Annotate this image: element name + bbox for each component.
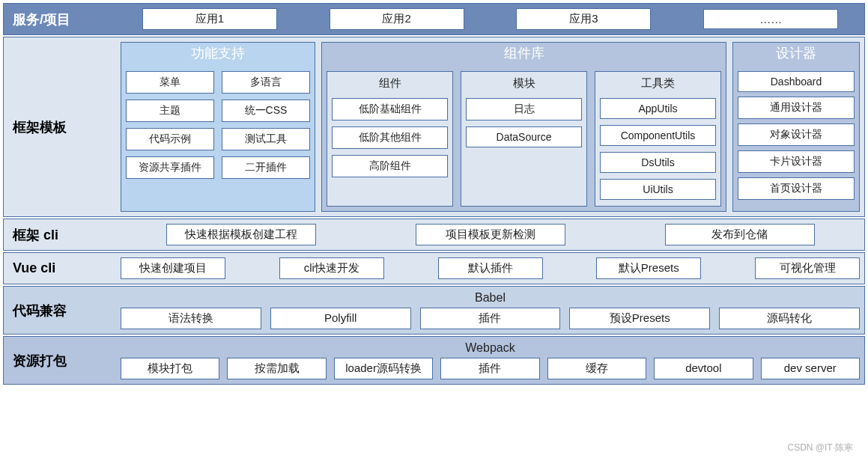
component-library-title: 组件库 bbox=[322, 43, 726, 67]
feature-item: 多语言 bbox=[222, 71, 310, 94]
tool-item: ComponentUtils bbox=[600, 125, 716, 146]
component-item: 高阶组件 bbox=[332, 155, 448, 177]
cli-item: 快速根据模板创建工程 bbox=[166, 224, 316, 245]
webpack-item: loader源码转换 bbox=[334, 358, 433, 379]
vuecli-item: 默认插件 bbox=[438, 257, 543, 279]
resource-bundle-row: 资源打包 Webpack 模块打包 按需加载 loader源码转换 插件 缓存 … bbox=[3, 336, 865, 385]
designer-item: 通用设计器 bbox=[738, 97, 855, 119]
code-compat-content: Babel 语法转换 Polyfill 插件 预设Presets 源码转化 bbox=[121, 291, 860, 329]
vue-cli-row: Vue cli 快速创建项目 cli快速开发 默认插件 默认Presets 可视… bbox=[3, 252, 865, 284]
app-box: 应用2 bbox=[330, 8, 464, 30]
framework-cli-row: 框架 cli 快速根据模板创建工程 项目模板更新检测 发布到仓储 bbox=[3, 219, 865, 251]
framework-cli-label: 框架 cli bbox=[8, 224, 113, 245]
feature-grid: 菜单 多语言 主题 统一CSS 代码示例 测试工具 资源共享插件 二开插件 bbox=[126, 71, 310, 179]
webpack-item: dev server bbox=[761, 358, 860, 379]
modules-col: 模块 日志 DataSource bbox=[461, 71, 587, 207]
tools-col-title: 工具类 bbox=[600, 75, 716, 92]
resource-bundle-label: 资源打包 bbox=[8, 341, 113, 379]
feature-item: 菜单 bbox=[126, 71, 214, 94]
components-col: 组件 低阶基础组件 低阶其他组件 高阶组件 bbox=[327, 71, 453, 207]
module-item: DataSource bbox=[466, 126, 582, 147]
feature-item: 统一CSS bbox=[222, 100, 310, 122]
babel-item: Polyfill bbox=[270, 308, 411, 329]
services-content: 应用1 应用2 应用3 …… bbox=[121, 8, 860, 30]
babel-item: 插件 bbox=[420, 308, 561, 329]
tool-item: UiUtils bbox=[600, 179, 716, 200]
modules-col-title: 模块 bbox=[466, 75, 582, 92]
babel-items: 语法转换 Polyfill 插件 预设Presets 源码转化 bbox=[121, 308, 860, 329]
babel-item: 语法转换 bbox=[121, 308, 261, 329]
vuecli-item: cli快速开发 bbox=[279, 257, 384, 279]
feature-item: 二开插件 bbox=[222, 156, 310, 179]
module-item: 日志 bbox=[466, 98, 582, 120]
designer-title: 设计器 bbox=[733, 43, 859, 67]
webpack-item: 缓存 bbox=[547, 358, 646, 379]
cli-item: 项目模板更新检测 bbox=[416, 224, 565, 245]
babel-item: 源码转化 bbox=[719, 308, 860, 329]
designer-item: 首页设计器 bbox=[738, 177, 855, 200]
feature-item: 代码示例 bbox=[126, 128, 214, 150]
component-item: 低阶其他组件 bbox=[332, 126, 448, 149]
babel-title: Babel bbox=[121, 291, 860, 305]
designer-item: 对象设计器 bbox=[738, 123, 855, 146]
framework-template-row: 框架模板 功能支持 菜单 多语言 主题 统一CSS 代码示例 测试工具 资源共享… bbox=[3, 37, 865, 217]
feature-item: 资源共享插件 bbox=[126, 156, 214, 179]
feature-support-panel: 功能支持 菜单 多语言 主题 统一CSS 代码示例 测试工具 资源共享插件 二开… bbox=[121, 42, 315, 212]
designer-item: 卡片设计器 bbox=[738, 150, 855, 173]
feature-item: 主题 bbox=[126, 100, 214, 122]
framework-cli-content: 快速根据模板创建工程 项目模板更新检测 发布到仓储 bbox=[121, 224, 860, 245]
framework-template-label: 框架模板 bbox=[8, 42, 113, 212]
webpack-items: 模块打包 按需加载 loader源码转换 插件 缓存 devtool dev s… bbox=[121, 358, 860, 379]
app-box: 应用1 bbox=[142, 8, 277, 30]
component-library-panel: 组件库 组件 低阶基础组件 低阶其他组件 高阶组件 模块 日志 DataSour… bbox=[321, 42, 726, 212]
designer-item: Dashboard bbox=[738, 71, 855, 92]
webpack-item: devtool bbox=[654, 358, 753, 379]
services-label: 服务/项目 bbox=[8, 8, 113, 30]
feature-item: 测试工具 bbox=[222, 128, 310, 150]
vue-cli-content: 快速创建项目 cli快速开发 默认插件 默认Presets 可视化管理 bbox=[121, 257, 860, 279]
webpack-item: 插件 bbox=[440, 358, 539, 379]
app-box: 应用3 bbox=[516, 8, 651, 30]
tool-item: DsUtils bbox=[600, 152, 716, 173]
webpack-title: Webpack bbox=[121, 341, 860, 355]
resource-bundle-content: Webpack 模块打包 按需加载 loader源码转换 插件 缓存 devto… bbox=[121, 341, 860, 379]
tools-col: 工具类 AppUtils ComponentUtils DsUtils UiUt… bbox=[595, 71, 721, 207]
vuecli-item: 默认Presets bbox=[596, 257, 701, 279]
vuecli-item: 快速创建项目 bbox=[121, 257, 225, 279]
webpack-item: 按需加载 bbox=[227, 358, 326, 379]
babel-item: 预设Presets bbox=[569, 308, 710, 329]
vuecli-item: 可视化管理 bbox=[755, 257, 860, 279]
code-compat-label: 代码兼容 bbox=[8, 291, 113, 329]
app-box: …… bbox=[703, 9, 838, 29]
tool-item: AppUtils bbox=[600, 98, 716, 119]
cli-item: 发布到仓储 bbox=[665, 224, 815, 245]
components-col-title: 组件 bbox=[332, 75, 448, 92]
services-row: 服务/项目 应用1 应用2 应用3 …… bbox=[3, 3, 865, 35]
component-columns: 组件 低阶基础组件 低阶其他组件 高阶组件 模块 日志 DataSource 工… bbox=[327, 71, 721, 207]
framework-template-content: 功能支持 菜单 多语言 主题 统一CSS 代码示例 测试工具 资源共享插件 二开… bbox=[121, 42, 860, 212]
component-item: 低阶基础组件 bbox=[332, 98, 448, 120]
code-compat-row: 代码兼容 Babel 语法转换 Polyfill 插件 预设Presets 源码… bbox=[3, 286, 865, 335]
designer-panel: 设计器 Dashboard 通用设计器 对象设计器 卡片设计器 首页设计器 bbox=[732, 42, 860, 212]
feature-support-title: 功能支持 bbox=[121, 43, 315, 67]
vue-cli-label: Vue cli bbox=[8, 257, 113, 279]
webpack-item: 模块打包 bbox=[121, 358, 219, 379]
